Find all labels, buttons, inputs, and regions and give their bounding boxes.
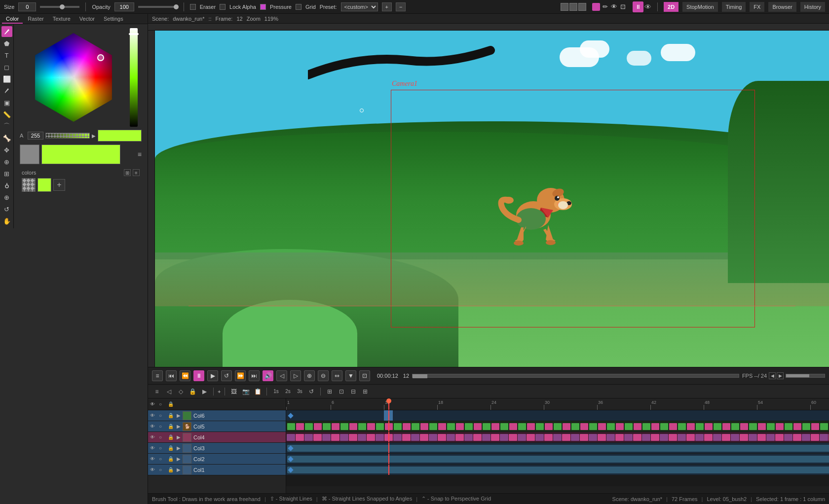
pencil-icon[interactable]: ✏ (601, 3, 609, 11)
alpha-input[interactable] (28, 132, 43, 140)
tl-refresh-btn[interactable]: ↺ (306, 387, 316, 396)
palette-menu-btn[interactable]: ≡ (133, 169, 140, 176)
tab-texture[interactable]: Texture (49, 15, 75, 24)
expand-col6[interactable]: ▶ (177, 413, 181, 418)
current-color-swatch[interactable] (41, 144, 120, 164)
size-input[interactable] (18, 2, 36, 11)
lock-col3[interactable]: 🔒 (168, 445, 175, 451)
transparent-swatch[interactable] (22, 178, 36, 192)
circle-col5[interactable]: ○ (159, 424, 166, 429)
pan-tool[interactable]: ✋ (1, 216, 12, 226)
lock-col4[interactable]: 🔒 (168, 434, 175, 440)
lock-col2[interactable]: 🔒 (168, 456, 175, 462)
next-key-btn[interactable]: ▷ (290, 370, 301, 381)
zoom-out-btn[interactable]: ⊖ (318, 370, 329, 381)
border-tool[interactable]: ▣ (1, 97, 12, 108)
color-result-bar[interactable] (98, 130, 142, 142)
lock-all-btn[interactable]: 🔒 (168, 401, 175, 407)
eye-col2[interactable]: 👁 (150, 456, 157, 462)
green-swatch[interactable] (38, 178, 51, 192)
preset-select[interactable]: <custom> (341, 2, 378, 11)
text-tool[interactable]: T (1, 50, 12, 61)
eye-col4[interactable]: 👁 (150, 434, 157, 440)
eye-col6[interactable]: 👁 (150, 413, 157, 418)
eraser-checkbox[interactable] (190, 4, 196, 10)
timeline-menu-btn[interactable]: ≡ (152, 370, 163, 381)
preset-remove-btn[interactable]: − (396, 2, 406, 11)
tl-menu-btn[interactable]: ≡ (152, 387, 162, 396)
mode-2d-btn[interactable]: 2D (664, 2, 678, 12)
camera-icon-top[interactable]: ⊡ (619, 3, 627, 11)
tl-img-btn[interactable]: 🖼 (229, 387, 239, 396)
eye-col1[interactable]: 👁 (150, 467, 157, 472)
next-frame-btn[interactable]: ⏩ (235, 370, 246, 381)
play-btn[interactable]: ▶ (207, 370, 218, 381)
flip-v-btn[interactable]: ▼ (345, 370, 356, 381)
fill-tool[interactable]: ⬟ (1, 38, 12, 49)
color-wheel[interactable] (24, 28, 138, 127)
frame-slider[interactable] (412, 374, 739, 378)
brightness-bar[interactable] (130, 28, 138, 127)
mode-browser-btn[interactable]: Browser (768, 2, 796, 12)
lock-alpha-checkbox[interactable] (220, 4, 226, 10)
rotate-tool[interactable]: ↺ (1, 204, 12, 215)
view-icon-2[interactable] (569, 3, 577, 11)
alpha-slider[interactable] (45, 133, 90, 139)
circle-col1[interactable]: ○ (159, 467, 166, 472)
view-icon-1[interactable] (561, 3, 568, 11)
tab-raster[interactable]: Raster (24, 15, 47, 24)
opacity-slider[interactable] (138, 6, 178, 8)
ruler-tool[interactable]: 📏 (1, 109, 12, 120)
expand-col1[interactable]: ▶ (177, 467, 181, 472)
palette-grid-btn[interactable]: ⊞ (124, 169, 131, 176)
grid-tool[interactable]: ⊞ (1, 168, 12, 179)
tl-export-btn[interactable]: ⊞ (360, 387, 370, 396)
size-slider[interactable] (40, 6, 79, 8)
circle-col6[interactable]: ○ (159, 413, 166, 418)
tl-cam-btn[interactable]: 📷 (241, 387, 251, 396)
mode-stopmotion-btn[interactable]: StopMotion (682, 2, 718, 12)
eye-view-btn[interactable]: 👁 (644, 3, 651, 11)
mode-timing-btn[interactable]: Timing (722, 2, 746, 12)
grid-checkbox[interactable] (296, 4, 301, 10)
magnet-tool[interactable]: ⊕ (1, 156, 12, 167)
bender-tool[interactable]: ⌒ (1, 121, 12, 132)
lock-col5[interactable]: 🔒 (168, 424, 175, 429)
fit-btn[interactable]: ⊡ (359, 370, 370, 381)
circle-col2[interactable]: ○ (159, 456, 166, 462)
hex-wheel-canvas[interactable] (24, 28, 123, 127)
brush-tool[interactable] (1, 26, 12, 37)
prev-key-btn[interactable]: ◁ (276, 370, 287, 381)
tl-expand-btn[interactable]: ⊡ (337, 387, 346, 396)
fps-inc[interactable]: ▶ (777, 372, 784, 379)
timeline-track-view[interactable]: 1612182430364248546066727884909610210811… (286, 398, 829, 493)
lock-col6[interactable]: 🔒 (168, 413, 175, 418)
fps-dec[interactable]: ◀ (769, 372, 776, 379)
mode-history-btn[interactable]: History (800, 2, 825, 12)
tl-collapse-btn[interactable]: ⊟ (348, 387, 358, 396)
expand-col2[interactable]: ▶ (177, 456, 181, 462)
zoom-tool[interactable]: ⊕ (1, 192, 12, 203)
flip-h-btn[interactable]: ⇔ (332, 370, 342, 381)
add-frame-btn[interactable]: + (218, 389, 221, 395)
circle-all-btn[interactable]: ○ (159, 401, 166, 407)
sound-btn[interactable]: 🔊 (263, 370, 273, 381)
expand-col4[interactable]: ▶ (177, 434, 181, 440)
tab-vector[interactable]: Vector (75, 15, 99, 24)
pressure-checkbox[interactable] (260, 4, 266, 10)
swatch-menu-button[interactable]: ≡ (138, 150, 142, 158)
tl-2s-btn[interactable]: 2s (283, 387, 293, 396)
eyedropper-tool[interactable] (1, 85, 12, 96)
view-icon-3[interactable] (578, 3, 586, 11)
add-color-btn[interactable]: + (53, 179, 65, 191)
tl-3s-btn[interactable]: 3s (295, 387, 304, 396)
tl-1s-btn[interactable]: 1s (271, 387, 281, 396)
go-start-btn[interactable]: ⏮ (166, 370, 177, 381)
eraser-tool[interactable]: ◻ (1, 62, 12, 72)
circle-col4[interactable]: ○ (159, 434, 166, 440)
eye-col5[interactable]: 👁 (150, 424, 157, 429)
canvas-frame[interactable]: Camera1 (155, 31, 829, 367)
canvas-area[interactable]: ruler ticks (148, 24, 829, 367)
tl-note-btn[interactable]: 📋 (253, 387, 263, 396)
tl-diamond-btn[interactable]: ◇ (176, 387, 186, 396)
